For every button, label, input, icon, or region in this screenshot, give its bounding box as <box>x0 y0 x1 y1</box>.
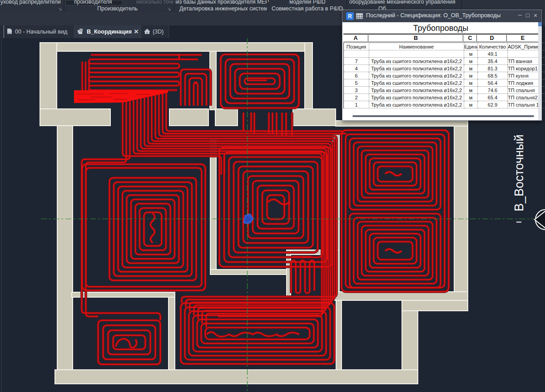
svg-text:В_Восточный: В_Восточный <box>512 134 526 211</box>
svg-text:R: R <box>348 13 352 20</box>
